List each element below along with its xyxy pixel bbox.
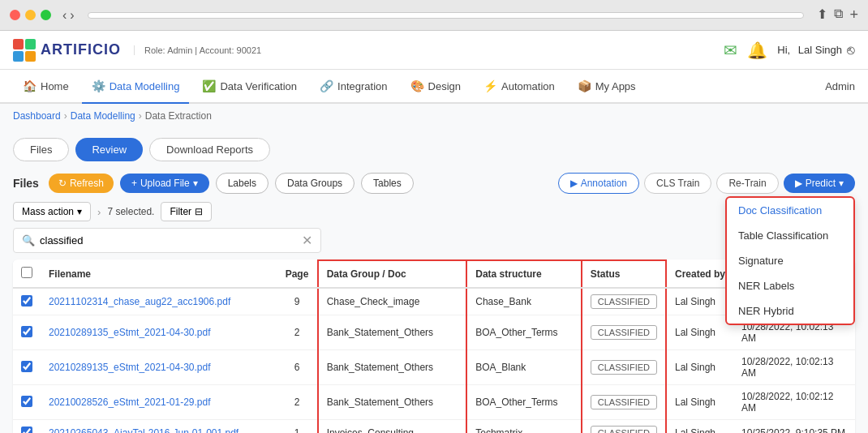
home-icon: 🏠 (23, 79, 37, 92)
toolbar-right: ▶ Annotation CLS Train Re-Train ▶ Predic… (558, 173, 855, 194)
search-input[interactable] (40, 234, 297, 247)
data-modelling-icon: ⚙️ (92, 79, 105, 92)
data-groups-button[interactable]: Data Groups (275, 173, 355, 194)
row-created-by: Lal Singh (666, 420, 733, 434)
files-section-label: Files (13, 177, 39, 190)
nav-design[interactable]: 🎨 Design (401, 70, 471, 104)
row-created-by: Lal Singh (666, 315, 733, 350)
logout-icon[interactable]: ⎋ (847, 43, 855, 58)
filename-link[interactable]: 20210289135_eStmt_2021-04-30.pdf (49, 327, 211, 338)
row-checkbox[interactable] (21, 295, 32, 307)
filename-link[interactable]: 20210289135_eStmt_2021-04-30.pdf (49, 362, 211, 373)
new-tab-icon[interactable]: ⧉ (834, 6, 843, 24)
breadcrumb-data-extraction: Data Extraction (145, 110, 212, 122)
logo: ARTIFICIO (13, 39, 121, 62)
retrain-button[interactable]: Re-Train (716, 173, 778, 194)
email-icon[interactable]: ✉ (724, 41, 737, 60)
nav-integration[interactable]: 🔗 Integration (310, 70, 397, 104)
row-datetime: 10/28/2022, 10:02:12 AM (733, 385, 855, 420)
play-icon: ▶ (570, 178, 578, 189)
toolbar: Files ↻ Refresh + Upload File ▾ Labels D… (13, 173, 855, 194)
row-datastructure: BOA_Other_Terms (466, 315, 582, 350)
search-input-wrap: 🔍 ✕ (13, 228, 321, 253)
nav-home-label: Home (41, 80, 69, 92)
dropdown-signature[interactable]: Signature (727, 248, 853, 273)
filter-button[interactable]: Filter ⊟ (161, 202, 212, 221)
forward-button[interactable]: › (70, 8, 74, 23)
col-header-created: Created by (666, 260, 733, 288)
status-badge: CLASSIFIED (591, 325, 657, 340)
dropdown-ner-labels[interactable]: NER Labels (727, 273, 853, 298)
row-checkbox[interactable] (21, 396, 32, 407)
predict-button[interactable]: ▶ Predict ▾ (784, 174, 855, 193)
filename-link[interactable]: 20210028526_eStmt_2021-01-29.pdf (49, 397, 211, 408)
nav-data-modelling[interactable]: ⚙️ Data Modelling (82, 70, 190, 104)
nav-data-verification[interactable]: ✅ Data Verification (192, 70, 307, 104)
data-verification-icon: ✅ (202, 79, 216, 92)
main-nav: 🏠 Home ⚙️ Data Modelling ✅ Data Verifica… (0, 70, 868, 104)
back-button[interactable]: ‹ (62, 8, 67, 23)
clear-search-button[interactable]: ✕ (302, 233, 312, 248)
svg-rect-1 (25, 39, 36, 49)
tab-review[interactable]: Review (75, 138, 143, 161)
mass-action-button[interactable]: Mass action ▾ (13, 202, 91, 221)
top-bar: ARTIFICIO Role: Admin | Account: 90021 ✉… (0, 31, 868, 70)
filter-icon: ⊟ (195, 206, 203, 217)
nav-integration-label: Integration (337, 80, 387, 92)
notification-icon[interactable]: 🔔 (747, 41, 767, 60)
selected-count: 7 selected. (107, 206, 154, 217)
row-status: CLASSIFIED (582, 420, 666, 434)
fullscreen-traffic-light[interactable] (41, 10, 51, 20)
share-icon[interactable]: ⬆ (817, 6, 827, 24)
filename-link[interactable]: 20210265043_AjayTal-2016-Jun-01-001.pdf (49, 427, 238, 433)
minimize-traffic-light[interactable] (25, 10, 36, 20)
row-checkbox[interactable] (21, 326, 32, 337)
row-datagroup: Bank_Statement_Others (318, 350, 467, 385)
refresh-button[interactable]: ↻ Refresh (49, 174, 114, 193)
status-badge: CLASSIFIED (591, 360, 657, 375)
upload-file-button[interactable]: + Upload File ▾ (120, 174, 209, 193)
breadcrumb-sep-1: › (64, 110, 67, 122)
refresh-icon: ↻ (58, 178, 67, 189)
nav-my-apps[interactable]: 📦 My Apps (568, 70, 646, 104)
row-filename: 20210289135_eStmt_2021-04-30.pdf (41, 350, 277, 385)
dropdown-table-classification[interactable]: Table Classification (727, 223, 853, 248)
close-traffic-light[interactable] (10, 10, 20, 20)
nav-automation[interactable]: ⚡ Automation (474, 70, 565, 104)
filename-link[interactable]: 20211102314_chase_aug22_acc1906.pdf (49, 296, 230, 307)
select-all-checkbox[interactable] (21, 267, 32, 278)
row-datetime: 10/28/2022, 10:02:13 AM (733, 350, 855, 385)
browser-nav-arrows: ‹ › (62, 8, 75, 23)
breadcrumb-dashboard[interactable]: Dashboard (13, 110, 61, 122)
address-bar[interactable] (88, 12, 805, 19)
dropdown-doc-classification[interactable]: Doc Classification (727, 198, 853, 223)
row-created-by: Lal Singh (666, 288, 733, 315)
svg-rect-0 (13, 39, 24, 49)
tab-files[interactable]: Files (13, 138, 69, 161)
tab-download-reports[interactable]: Download Reports (149, 138, 270, 161)
app-name: ARTIFICIO (41, 41, 121, 58)
cls-train-button[interactable]: CLS Train (644, 173, 711, 194)
browser-chrome: ‹ › ⬆ ⧉ + (0, 0, 868, 31)
breadcrumb-data-modelling[interactable]: Data Modelling (71, 110, 135, 122)
annotation-button[interactable]: ▶ Annotation (558, 173, 639, 194)
design-icon: 🎨 (410, 79, 424, 92)
row-checkbox[interactable] (21, 427, 32, 434)
dropdown-ner-hybrid[interactable]: NER Hybrid (727, 298, 853, 324)
row-page: 1 (277, 420, 318, 434)
nav-home[interactable]: 🏠 Home (13, 70, 79, 104)
row-filename: 20210028526_eStmt_2021-01-29.pdf (41, 385, 277, 420)
col-header-page: Page (277, 260, 318, 288)
row-page: 2 (277, 385, 318, 420)
labels-button[interactable]: Labels (216, 173, 269, 194)
chevron-sep: › (97, 206, 101, 218)
tables-button[interactable]: Tables (361, 173, 414, 194)
row-created-by: Lal Singh (666, 350, 733, 385)
add-tab-icon[interactable]: + (849, 6, 858, 24)
row-checkbox[interactable] (21, 361, 32, 372)
row-checkbox-cell (13, 420, 41, 434)
traffic-lights (10, 10, 51, 20)
svg-rect-3 (25, 51, 36, 62)
row-status: CLASSIFIED (582, 385, 666, 420)
row-datastructure: Chase_Bank (466, 288, 582, 315)
